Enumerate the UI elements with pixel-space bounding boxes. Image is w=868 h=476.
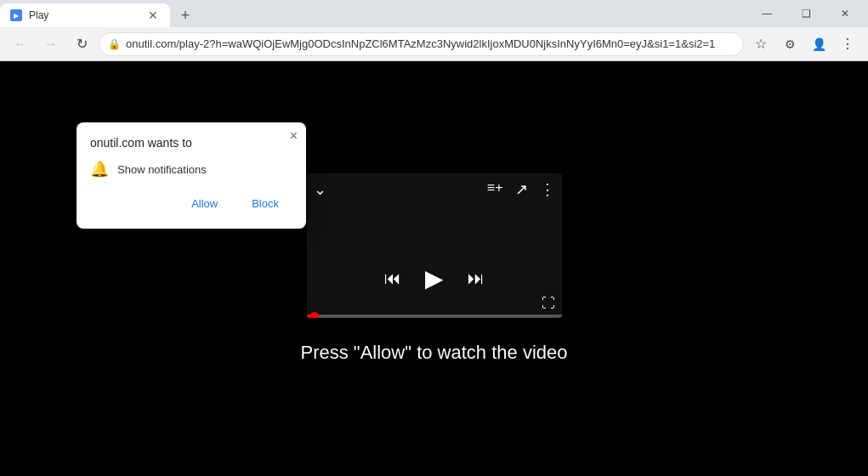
address-bar[interactable]: 🔒 onutil.com/play-2?h=waWQiOjEwMjg0ODcsI… xyxy=(99,32,744,56)
forward-icon: → xyxy=(44,37,58,52)
menu-button[interactable]: ⋮ xyxy=(834,31,861,58)
active-tab[interactable]: ▶ Play ✕ xyxy=(0,3,170,27)
progress-bar[interactable] xyxy=(307,314,562,318)
notification-popup: × onutil.com wants to 🔔 Show notificatio… xyxy=(77,122,306,229)
tab-label: Play xyxy=(29,9,48,21)
popup-title: onutil.com wants to xyxy=(90,136,292,150)
reload-icon: ↻ xyxy=(77,36,88,52)
tab-bar: ▶ Play ✕ + xyxy=(0,0,747,27)
extensions-button[interactable]: ⚙ xyxy=(776,31,803,58)
back-button[interactable]: ← xyxy=(7,31,34,58)
popup-notification-row: 🔔 Show notifications xyxy=(90,160,292,178)
reload-button[interactable]: ↻ xyxy=(68,31,95,58)
title-bar: ▶ Play ✕ + — ❑ ✕ xyxy=(0,0,868,27)
skip-forward-button[interactable]: ⏭ xyxy=(468,269,485,288)
profile-button[interactable]: 👤 xyxy=(805,31,832,58)
add-to-queue-icon[interactable]: ≡+ xyxy=(487,180,503,199)
tab-close-button[interactable]: ✕ xyxy=(146,8,160,22)
playback-controls: ⏮ ▶ ⏭ xyxy=(307,264,562,292)
bookmark-button[interactable]: ☆ xyxy=(747,31,774,58)
bell-icon: 🔔 xyxy=(90,160,109,178)
browser-window: ▶ Play ✕ + — ❑ ✕ ← → xyxy=(0,0,868,476)
toolbar: ← → ↻ 🔒 onutil.com/play-2?h=waWQiOjEwMjg… xyxy=(0,27,868,61)
allow-button[interactable]: Allow xyxy=(178,192,231,215)
play-button[interactable]: ▶ xyxy=(425,264,444,292)
popup-row-text: Show notifications xyxy=(117,163,207,176)
more-options-icon[interactable]: ⋮ xyxy=(540,180,555,199)
extensions-icon: ⚙ xyxy=(785,37,796,51)
maximize-button[interactable]: ❑ xyxy=(786,0,825,27)
page-content: × onutil.com wants to 🔔 Show notificatio… xyxy=(0,61,868,476)
menu-icon: ⋮ xyxy=(841,36,854,52)
address-text: onutil.com/play-2?h=waWQiOjEwMjg0ODcsInN… xyxy=(126,37,735,50)
instruction-text: Press "Allow" to watch the video xyxy=(301,342,568,364)
chevron-down-icon[interactable]: ⌄ xyxy=(314,180,326,199)
profile-icon: 👤 xyxy=(812,37,826,51)
fullscreen-button[interactable]: ⛶ xyxy=(542,296,555,311)
toolbar-right-buttons: ☆ ⚙ 👤 ⋮ xyxy=(747,31,861,58)
skip-back-button[interactable]: ⏮ xyxy=(384,269,401,288)
popup-close-button[interactable]: × xyxy=(290,129,298,143)
progress-fill xyxy=(307,314,315,318)
new-tab-button[interactable]: + xyxy=(173,3,197,27)
progress-dot xyxy=(310,312,319,318)
window-controls: — ❑ ✕ xyxy=(747,0,865,27)
close-button[interactable]: ✕ xyxy=(825,0,865,27)
popup-buttons: Allow Block xyxy=(90,192,292,215)
player-icons-right: ≡+ ↗ ⋮ xyxy=(487,180,555,199)
video-player: ⌄ ≡+ ↗ ⋮ ⏮ ▶ ⏭ ⛶ xyxy=(307,173,562,318)
star-icon: ☆ xyxy=(755,36,767,52)
share-icon[interactable]: ↗ xyxy=(515,180,528,199)
tab-favicon: ▶ xyxy=(10,9,22,21)
player-controls-top: ⌄ ≡+ ↗ ⋮ xyxy=(314,180,555,199)
back-icon: ← xyxy=(14,37,27,52)
lock-icon: 🔒 xyxy=(108,38,121,50)
forward-button[interactable]: → xyxy=(37,31,65,58)
block-button[interactable]: Block xyxy=(238,192,292,215)
minimize-button[interactable]: — xyxy=(747,0,786,27)
